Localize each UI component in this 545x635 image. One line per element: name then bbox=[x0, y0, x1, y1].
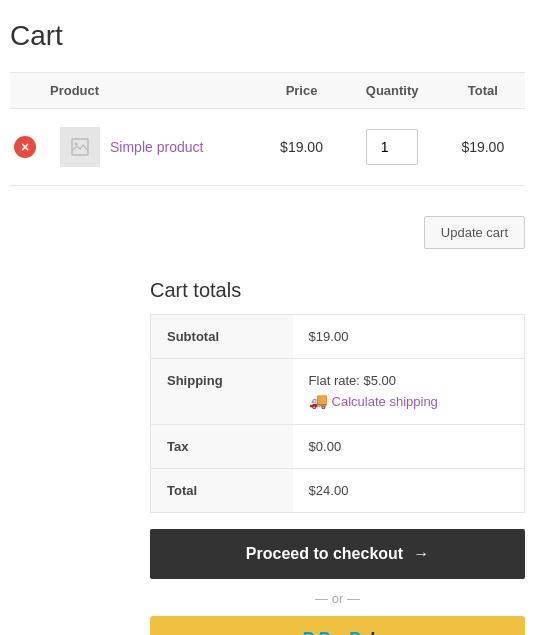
remove-item-button[interactable]: × bbox=[14, 136, 36, 158]
update-cart-row: Update cart bbox=[10, 206, 525, 279]
truck-icon: 🚚 bbox=[309, 392, 328, 410]
product-header: Product bbox=[10, 73, 259, 109]
cart-table: Product Price Quantity Total × bbox=[10, 72, 525, 186]
tax-row: Tax $0.00 bbox=[151, 425, 525, 469]
quantity-header: Quantity bbox=[344, 73, 441, 109]
price-header: Price bbox=[259, 73, 343, 109]
shipping-flat-rate: Flat rate: $5.00 bbox=[309, 373, 396, 388]
subtotal-row: Subtotal $19.00 bbox=[151, 315, 525, 359]
quantity-cell bbox=[344, 109, 441, 186]
checkout-label: Proceed to checkout bbox=[246, 545, 403, 563]
table-row: × Simple product $19.00 bbox=[10, 109, 525, 186]
proceed-to-checkout-button[interactable]: Proceed to checkout → bbox=[150, 529, 525, 579]
page-title: Cart bbox=[10, 20, 525, 52]
total-cell: $19.00 bbox=[441, 109, 525, 186]
shipping-row: Shipping Flat rate: $5.00 🚚 Calculate sh… bbox=[151, 359, 525, 425]
product-thumbnail bbox=[60, 127, 100, 167]
subtotal-value: $19.00 bbox=[293, 315, 525, 359]
total-row: Total $24.00 bbox=[151, 469, 525, 513]
arrow-right-icon: → bbox=[413, 545, 429, 563]
tax-value: $0.00 bbox=[293, 425, 525, 469]
price-cell: $19.00 bbox=[259, 109, 343, 186]
update-cart-button[interactable]: Update cart bbox=[424, 216, 525, 249]
remove-cell: × bbox=[10, 109, 48, 186]
svg-point-1 bbox=[75, 143, 78, 146]
product-cell: Simple product bbox=[48, 109, 259, 186]
shipping-cell: Flat rate: $5.00 🚚 Calculate shipping bbox=[293, 359, 525, 425]
calculate-shipping-label: Calculate shipping bbox=[332, 394, 438, 409]
total-value: $24.00 bbox=[293, 469, 525, 513]
calculate-shipping-link[interactable]: 🚚 Calculate shipping bbox=[309, 392, 508, 410]
product-name-link[interactable]: Simple product bbox=[110, 139, 203, 155]
cart-totals-title: Cart totals bbox=[150, 279, 241, 302]
totals-table: Subtotal $19.00 Shipping Flat rate: $5.0… bbox=[150, 314, 525, 513]
paypal-text: PayPal bbox=[317, 629, 373, 635]
or-divider: — or — bbox=[315, 591, 360, 606]
paypal-p-icon: P bbox=[301, 629, 313, 635]
quantity-input[interactable] bbox=[366, 129, 418, 165]
total-label: Total bbox=[151, 469, 293, 513]
paypal-button[interactable]: P PayPal bbox=[150, 616, 525, 635]
svg-rect-0 bbox=[72, 139, 88, 155]
tax-label: Tax bbox=[151, 425, 293, 469]
cart-totals-section: Cart totals Subtotal $19.00 Shipping Fla… bbox=[10, 279, 525, 635]
subtotal-label: Subtotal bbox=[151, 315, 293, 359]
shipping-label: Shipping bbox=[151, 359, 293, 425]
total-header: Total bbox=[441, 73, 525, 109]
